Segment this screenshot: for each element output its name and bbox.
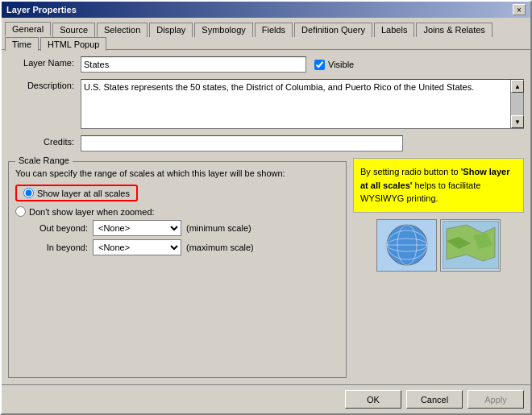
in-beyond-label: In beyond:	[31, 243, 88, 252]
scroll-down-button[interactable]: ▼	[511, 115, 524, 128]
tab-symbology[interactable]: Symbology	[194, 23, 252, 37]
tooltip-box: By setting radio button to 'Show layer a…	[353, 158, 524, 213]
scale-range-note: You can specify the range of scales at w…	[15, 168, 339, 178]
dont-show-label: Don't show layer when zoomed:	[29, 207, 155, 217]
tab-source[interactable]: Source	[52, 23, 95, 37]
tab-html-popup[interactable]: HTML Popup	[40, 37, 106, 51]
layer-name-label: Layer Name:	[8, 56, 81, 68]
tab-labels[interactable]: Labels	[374, 23, 414, 37]
visible-checkbox[interactable]	[314, 60, 325, 70]
map-icon	[443, 221, 499, 269]
tab-time[interactable]: Time	[5, 37, 39, 51]
show-all-scales-highlight: Show layer at all scales	[15, 185, 138, 201]
scale-tooltip-area: Scale Range You can specify the range of…	[8, 158, 524, 378]
globe-image	[376, 219, 437, 272]
titlebar: Layer Properties ×	[2, 2, 530, 18]
tab-selection[interactable]: Selection	[97, 23, 148, 37]
visible-label: Visible	[328, 60, 354, 69]
show-all-scales-row: Show layer at all scales	[15, 185, 339, 201]
in-beyond-dropdown[interactable]: <None>	[93, 239, 181, 255]
tab-bar: General Source Selection Display Symbolo…	[2, 18, 530, 50]
description-row: Description: U.S. States represents the …	[8, 79, 524, 129]
cancel-button[interactable]: Cancel	[406, 390, 463, 409]
out-beyond-row: Out beyond: <None> (minimum scale)	[31, 220, 339, 236]
tab-fields[interactable]: Fields	[255, 23, 293, 37]
right-panel: By setting radio button to 'Show layer a…	[347, 158, 524, 378]
in-beyond-row: In beyond: <None> (maximum scale)	[31, 239, 339, 255]
tab-content: Layer Name: Visible Description: U.S. St…	[2, 50, 530, 384]
tab-general[interactable]: General	[5, 22, 51, 36]
scroll-track	[511, 93, 523, 115]
description-scrollbar: ▲ ▼	[510, 80, 523, 128]
layer-name-input[interactable]	[81, 56, 306, 73]
scale-range-title: Scale Range	[15, 156, 73, 165]
map-images-row	[353, 219, 524, 272]
in-beyond-dropdown-wrapper: <None>	[93, 239, 181, 255]
out-beyond-note: (minimum scale)	[186, 223, 251, 233]
layer-name-row: Layer Name: Visible	[8, 56, 524, 73]
globe-icon	[383, 221, 431, 269]
close-button[interactable]: ×	[513, 4, 526, 15]
apply-button[interactable]: Apply	[468, 390, 524, 409]
description-label: Description:	[8, 79, 81, 90]
scale-range-group: Scale Range You can specify the range of…	[8, 161, 347, 378]
dont-show-radio[interactable]	[15, 206, 26, 217]
layer-properties-window: Layer Properties × General Source Select…	[0, 0, 532, 415]
credits-input[interactable]	[81, 135, 403, 151]
bottom-bar: OK Cancel Apply	[2, 384, 530, 413]
out-beyond-dropdown[interactable]: <None>	[93, 220, 181, 236]
out-beyond-label: Out beyond:	[31, 223, 88, 233]
credits-label: Credits:	[8, 135, 81, 147]
tab-display[interactable]: Display	[149, 23, 193, 37]
visible-checkbox-row: Visible	[314, 60, 354, 70]
credits-row: Credits:	[8, 135, 524, 151]
tab-joins-relates[interactable]: Joins & Relates	[416, 23, 492, 37]
in-beyond-note: (maximum scale)	[186, 243, 254, 252]
window-title: Layer Properties	[6, 5, 77, 15]
tooltip-text-before: By setting radio button to	[360, 167, 461, 176]
tab-definition-query[interactable]: Definition Query	[294, 23, 372, 37]
show-all-scales-radio[interactable]	[23, 188, 34, 198]
dont-show-row: Don't show layer when zoomed:	[15, 206, 339, 217]
description-container: U.S. States represents the 50 states, th…	[81, 79, 524, 129]
scroll-up-button[interactable]: ▲	[511, 80, 524, 93]
out-beyond-dropdown-wrapper: <None>	[93, 220, 181, 236]
description-input[interactable]: U.S. States represents the 50 states, th…	[81, 80, 510, 128]
map-image	[440, 219, 501, 272]
show-all-scales-label: Show layer at all scales	[37, 189, 130, 198]
ok-button[interactable]: OK	[345, 390, 401, 409]
